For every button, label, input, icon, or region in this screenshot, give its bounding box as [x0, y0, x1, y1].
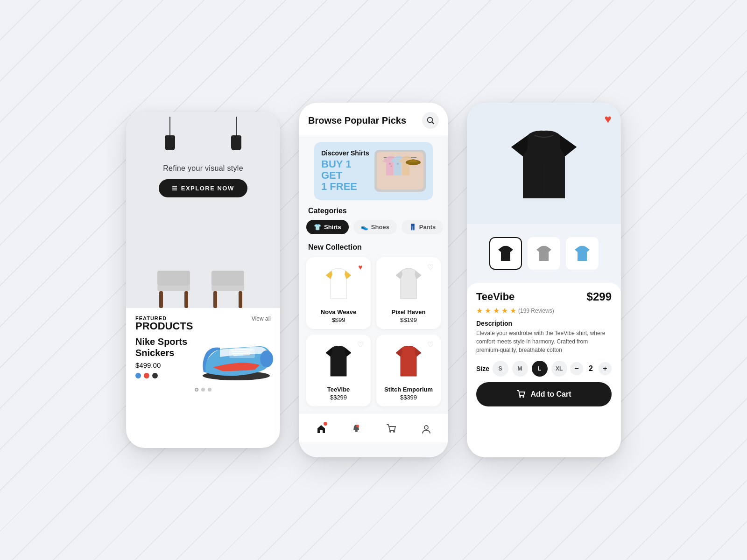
categories-more-button[interactable] — [448, 220, 448, 235]
teevibe-tshirt-svg — [322, 343, 355, 378]
heart-button-stitch[interactable]: ♡ — [425, 339, 436, 350]
nav-home-button[interactable] — [312, 420, 330, 438]
s3-rating-row: ★ ★ ★ ★ ★ (199 Reviews) — [476, 306, 612, 315]
product-name: Nike Sports Snickers — [135, 336, 187, 358]
product-card-stitch[interactable]: ♡ Stitch Emporium $$399 — [376, 335, 441, 406]
chair-right-svg — [207, 261, 254, 308]
svg-rect-5 — [211, 271, 244, 286]
category-shoes[interactable]: 👟 Shoes — [353, 220, 397, 234]
lamp-cord-left — [169, 117, 170, 135]
stitch-name: Stitch Emporium — [382, 386, 435, 393]
s1-lamps — [165, 117, 241, 150]
thumb-black[interactable] — [489, 237, 522, 270]
size-m-button[interactable]: M — [512, 361, 528, 377]
profile-icon — [421, 424, 431, 434]
lamp-shade-right — [231, 135, 241, 150]
carousel-dot-2[interactable] — [201, 388, 205, 392]
svg-marker-27 — [317, 425, 325, 433]
teevibe-grid-name: TeeVibe — [312, 386, 365, 393]
main-tshirt-svg — [500, 121, 588, 210]
svg-point-15 — [428, 118, 433, 123]
color-dot-red[interactable] — [144, 373, 149, 378]
svg-rect-4 — [211, 285, 244, 291]
shirt-icon: 👕 — [314, 224, 321, 231]
heart-button-pixel[interactable]: ♡ — [425, 262, 436, 273]
size-s-button[interactable]: S — [493, 361, 508, 377]
sneaker-svg — [194, 325, 274, 381]
svg-point-31 — [393, 431, 395, 433]
pants-icon: 👖 — [409, 224, 416, 231]
quantity-control: − 2 + — [570, 362, 612, 375]
s1-tagline: Refine your visual style — [163, 164, 243, 173]
size-l-button[interactable]: L — [532, 361, 548, 377]
carousel-dot-1[interactable] — [195, 388, 198, 392]
size-xl-button[interactable]: XL — [551, 361, 567, 377]
teevibe-grid-price: $$299 — [312, 394, 365, 401]
s2-bottom-navbar — [299, 413, 448, 442]
product-card-pixel-haven[interactable]: ♡ Pixel Haven $$199 — [376, 257, 441, 329]
svg-point-34 — [520, 396, 521, 398]
star-3: ★ — [493, 306, 500, 315]
s2-categories: 👕 Shirts 👟 Shoes 👖 Pants — [299, 220, 448, 241]
category-pants[interactable]: 👖 Pants — [402, 220, 443, 234]
svg-line-16 — [432, 122, 434, 124]
s3-thumbnails-row — [476, 230, 612, 277]
nova-weave-tshirt-svg — [322, 266, 355, 301]
products-grid: ♥ Nova Weave $$99 — [299, 257, 448, 406]
svg-point-30 — [389, 431, 391, 433]
thumb-blue[interactable] — [566, 237, 599, 270]
thumb-grey-svg — [534, 243, 554, 264]
menu-icon: ☰ — [172, 185, 178, 192]
s3-heart-button[interactable]: ♥ — [605, 112, 612, 126]
description-title: Description — [476, 320, 612, 327]
svg-point-21 — [391, 166, 392, 167]
quantity-decrease-button[interactable]: − — [570, 362, 583, 375]
heart-icon-stitch: ♡ — [427, 340, 434, 349]
s1-color-dots — [135, 373, 187, 378]
nav-notifications-button[interactable] — [347, 420, 365, 438]
nova-weave-price: $$99 — [312, 316, 365, 323]
category-shirts[interactable]: 👕 Shirts — [306, 220, 349, 234]
s2-title-row: Browse Popular Picks — [308, 112, 439, 135]
s3-tshirt-main-image — [497, 119, 591, 212]
s1-featured-title: FEATURED PRODUCTS — [135, 315, 193, 331]
heart-button-nova[interactable]: ♥ — [355, 262, 366, 273]
screen3-phone: ♥ — [467, 103, 621, 457]
shirts-hanger-svg — [377, 152, 423, 189]
s1-product-info: Nike Sports Snickers $499.00 — [135, 336, 187, 378]
add-to-cart-button[interactable]: Add to Cart — [476, 382, 612, 406]
view-all-link[interactable]: View all — [252, 315, 271, 322]
color-dot-black[interactable] — [152, 373, 158, 378]
search-icon-button[interactable] — [422, 112, 439, 129]
chair-left-svg — [153, 261, 199, 308]
color-dot-blue[interactable] — [135, 373, 141, 378]
thumb-blue-svg — [572, 243, 592, 264]
nav-profile-button[interactable] — [417, 420, 435, 438]
quantity-value: 2 — [589, 364, 593, 373]
screen1-phone: Refine your visual style ☰ EXPLORE NOW — [126, 112, 280, 448]
screens-container: Refine your visual style ☰ EXPLORE NOW — [126, 103, 621, 457]
svg-point-22 — [397, 163, 399, 165]
lamp-cord-right — [236, 117, 237, 135]
nav-cart-button[interactable] — [382, 420, 400, 438]
svg-point-20 — [389, 163, 391, 165]
svg-rect-1 — [157, 271, 190, 286]
svg-rect-3 — [184, 291, 188, 308]
heart-icon-inactive: ♡ — [427, 263, 434, 272]
cart-icon-btn — [516, 390, 526, 399]
s2-promo-banner: Discover Shirts BUY 1 GET 1 FREE — [314, 142, 433, 200]
svg-rect-0 — [157, 285, 190, 291]
heart-button-teevibe[interactable]: ♡ — [355, 339, 366, 350]
pixel-haven-tshirt-svg — [392, 266, 425, 301]
product-card-teevibe[interactable]: ♡ TeeVibe $$299 — [306, 335, 371, 406]
promo-text: BUY 1 GET 1 FREE — [321, 159, 369, 193]
sneaker-visual — [194, 325, 274, 383]
quantity-increase-button[interactable]: + — [599, 362, 612, 375]
explore-now-button[interactable]: ☰ EXPLORE NOW — [159, 179, 247, 197]
product-card-nova-weave[interactable]: ♥ Nova Weave $$99 — [306, 257, 371, 329]
thumb-grey[interactable] — [528, 237, 560, 270]
s1-hero: Refine your visual style ☰ EXPLORE NOW — [126, 112, 280, 308]
carousel-dot-3[interactable] — [208, 388, 211, 392]
collection-section-title: New Collection — [299, 241, 448, 257]
stitch-price: $$399 — [382, 394, 435, 401]
